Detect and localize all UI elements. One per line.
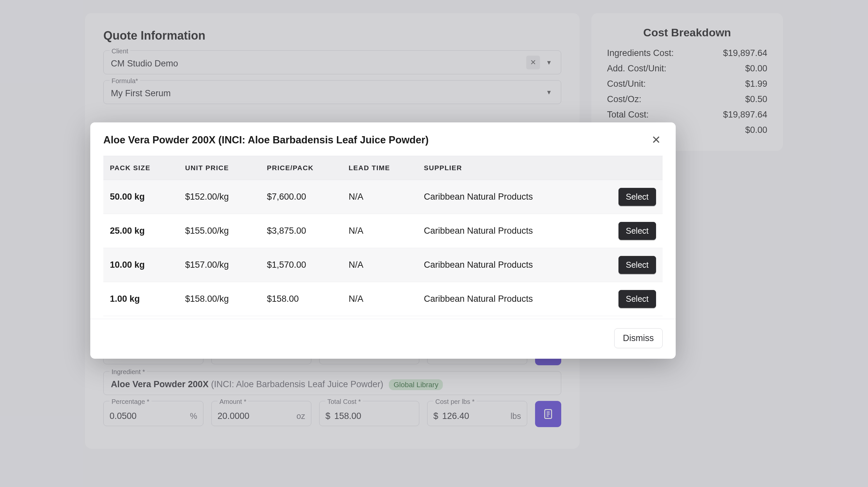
cell-pack-size: 50.00 kg bbox=[110, 192, 185, 202]
cell-pack-size: 1.00 kg bbox=[110, 294, 185, 304]
table-row: 50.00 kg $152.00/kg $7,600.00 N/A Caribb… bbox=[103, 180, 662, 214]
cell-pack-size: 25.00 kg bbox=[110, 226, 185, 236]
select-button[interactable]: Select bbox=[618, 256, 656, 274]
select-button[interactable]: Select bbox=[618, 290, 656, 308]
cell-lead-time: N/A bbox=[349, 294, 424, 304]
cell-lead-time: N/A bbox=[349, 226, 424, 236]
col-supplier: Supplier bbox=[424, 164, 561, 172]
modal-title: Aloe Vera Powder 200X (INCI: Aloe Barbad… bbox=[103, 134, 429, 146]
cell-unit-price: $157.00/kg bbox=[185, 260, 267, 270]
cell-lead-time: N/A bbox=[349, 192, 424, 202]
cell-price-pack: $7,600.00 bbox=[267, 192, 349, 202]
col-pack-size: Pack Size bbox=[110, 164, 185, 172]
cell-unit-price: $155.00/kg bbox=[185, 226, 267, 236]
table-row: 10.00 kg $157.00/kg $1,570.00 N/A Caribb… bbox=[103, 248, 662, 282]
cell-supplier: Caribbean Natural Products bbox=[424, 260, 561, 270]
select-button[interactable]: Select bbox=[618, 188, 656, 206]
cell-supplier: Caribbean Natural Products bbox=[424, 294, 561, 304]
close-icon[interactable]: ✕ bbox=[650, 134, 662, 147]
table-row: 25.00 kg $155.00/kg $3,875.00 N/A Caribb… bbox=[103, 214, 662, 248]
col-unit-price: Unit Price bbox=[185, 164, 267, 172]
select-button[interactable]: Select bbox=[618, 222, 656, 240]
cell-lead-time: N/A bbox=[349, 260, 424, 270]
cell-pack-size: 10.00 kg bbox=[110, 260, 185, 270]
cell-price-pack: $3,875.00 bbox=[267, 226, 349, 236]
cell-supplier: Caribbean Natural Products bbox=[424, 226, 561, 236]
col-price-pack: Price/Pack bbox=[267, 164, 349, 172]
cell-price-pack: $158.00 bbox=[267, 294, 349, 304]
table-header: Pack Size Unit Price Price/Pack Lead Tim… bbox=[103, 156, 662, 180]
cell-supplier: Caribbean Natural Products bbox=[424, 192, 561, 202]
cell-unit-price: $158.00/kg bbox=[185, 294, 267, 304]
col-lead-time: Lead Time bbox=[349, 164, 424, 172]
cell-price-pack: $1,570.00 bbox=[267, 260, 349, 270]
supplier-modal: Aloe Vera Powder 200X (INCI: Aloe Barbad… bbox=[90, 122, 676, 359]
table-row: 1.00 kg $158.00/kg $158.00 N/A Caribbean… bbox=[103, 282, 662, 316]
dismiss-button[interactable]: Dismiss bbox=[614, 328, 663, 348]
cell-unit-price: $152.00/kg bbox=[185, 192, 267, 202]
